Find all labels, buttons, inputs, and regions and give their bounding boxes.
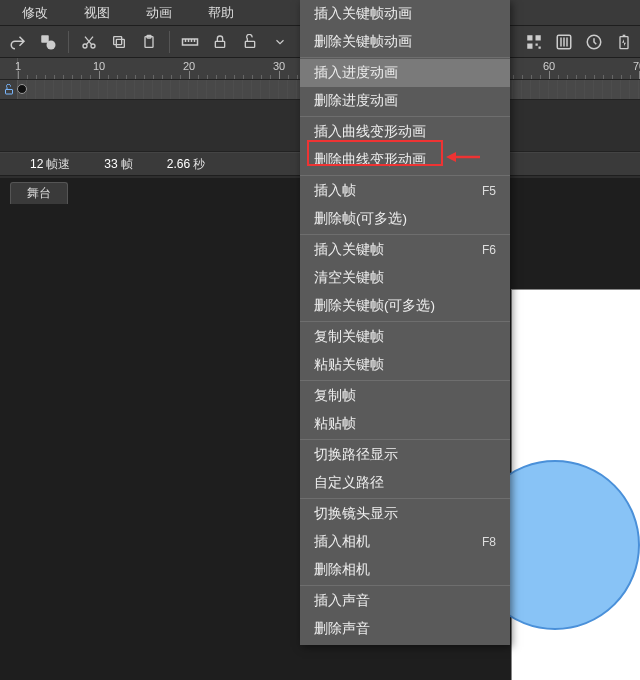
context-menu-item-label: 删除曲线变形动画 — [314, 151, 426, 169]
ruler-tick — [198, 75, 199, 79]
stage-canvas[interactable] — [512, 290, 640, 680]
context-menu-item[interactable]: 插入关键帧F6 — [300, 236, 510, 264]
menu-anim[interactable]: 动画 — [128, 0, 190, 25]
ruler-tick — [45, 75, 46, 79]
ruler-tick — [594, 75, 595, 79]
ruler-tick — [603, 75, 604, 79]
keyframe[interactable] — [17, 84, 27, 94]
ruler-tick — [243, 75, 244, 79]
paste-icon[interactable] — [135, 28, 163, 56]
svg-rect-10 — [245, 41, 254, 47]
context-menu-item[interactable]: 插入声音 — [300, 587, 510, 615]
lock-icon[interactable] — [206, 28, 234, 56]
context-menu-item-label: 插入关键帧动画 — [314, 5, 412, 23]
context-menu-item-label: 复制关键帧 — [314, 328, 384, 346]
context-menu-item[interactable]: 删除声音 — [300, 615, 510, 643]
ruler-tick — [531, 75, 532, 79]
menu-help[interactable]: 帮助 — [190, 0, 252, 25]
context-menu-item[interactable]: 删除曲线变形动画 — [300, 146, 510, 174]
ruler-tick — [630, 75, 631, 79]
context-menu-item-label: 切换镜头显示 — [314, 505, 398, 523]
ruler-tick — [36, 75, 37, 79]
ruler-tick — [216, 75, 217, 79]
ruler-tick — [135, 75, 136, 79]
context-menu-item[interactable]: 复制帧 — [300, 382, 510, 410]
context-menu-item[interactable]: 自定义路径 — [300, 469, 510, 497]
ruler-tick — [162, 75, 163, 79]
menu-view[interactable]: 视图 — [66, 0, 128, 25]
context-menu-item[interactable]: 插入关键帧动画 — [300, 0, 510, 28]
ruler-tick — [18, 71, 19, 79]
context-menu-item-label: 插入声音 — [314, 592, 370, 610]
svg-rect-15 — [539, 47, 541, 49]
context-menu-item-label: 删除帧(可多选) — [314, 210, 407, 228]
context-menu-item-label: 清空关键帧 — [314, 269, 384, 287]
copy-icon[interactable] — [105, 28, 133, 56]
context-menu-separator — [300, 175, 510, 176]
ruler-tick — [612, 75, 613, 79]
battery-icon[interactable] — [610, 28, 638, 56]
context-menu-item[interactable]: 插入帧F5 — [300, 177, 510, 205]
context-menu-item[interactable]: 复制关键帧 — [300, 323, 510, 351]
ruler-label: 20 — [183, 60, 195, 72]
context-menu-item[interactable]: 插入相机F8 — [300, 528, 510, 556]
context-menu-separator — [300, 585, 510, 586]
context-menu-item-label: 粘贴帧 — [314, 415, 356, 433]
svg-rect-0 — [41, 35, 49, 43]
context-menu-item-label: 删除关键帧(可多选) — [314, 297, 435, 315]
ruler-tick — [540, 75, 541, 79]
ruler-tick — [567, 75, 568, 79]
track-lock-icon[interactable] — [0, 80, 18, 99]
toolbar-separator — [169, 31, 170, 53]
svg-rect-11 — [527, 35, 532, 40]
ruler-tick — [270, 75, 271, 79]
context-menu-item[interactable]: 切换路径显示 — [300, 441, 510, 469]
context-menu-item[interactable]: 切换镜头显示 — [300, 500, 510, 528]
context-menu-item[interactable]: 删除关键帧动画 — [300, 28, 510, 56]
context-menu-item[interactable]: 删除关键帧(可多选) — [300, 292, 510, 320]
context-menu: 插入关键帧动画删除关键帧动画插入进度动画删除进度动画插入曲线变形动画删除曲线变形… — [300, 0, 510, 645]
ruler-icon[interactable] — [176, 28, 204, 56]
context-menu-item-label: 删除进度动画 — [314, 92, 398, 110]
bars-icon[interactable] — [550, 28, 578, 56]
cut-icon[interactable] — [75, 28, 103, 56]
menu-modify[interactable]: 修改 — [4, 0, 66, 25]
context-menu-separator — [300, 116, 510, 117]
context-menu-item[interactable]: 插入曲线变形动画 — [300, 118, 510, 146]
ruler-tick — [279, 71, 280, 79]
context-menu-shortcut: F5 — [482, 184, 496, 198]
qr-icon[interactable] — [520, 28, 548, 56]
ruler-tick — [108, 75, 109, 79]
context-menu-item[interactable]: 粘贴关键帧 — [300, 351, 510, 379]
ruler-tick — [225, 75, 226, 79]
shapes-icon[interactable] — [34, 28, 62, 56]
context-menu-item[interactable]: 粘贴帧 — [300, 410, 510, 438]
context-menu-item[interactable]: 删除帧(可多选) — [300, 205, 510, 233]
ruler-tick — [171, 75, 172, 79]
ruler-label: 60 — [543, 60, 555, 72]
chevron-down-icon[interactable] — [266, 28, 294, 56]
ruler-tick — [180, 75, 181, 79]
unlock-icon[interactable] — [236, 28, 264, 56]
context-menu-separator — [300, 321, 510, 322]
context-menu-item[interactable]: 删除相机 — [300, 556, 510, 584]
ruler-tick — [99, 71, 100, 79]
toolbar-separator — [68, 31, 69, 53]
context-menu-item[interactable]: 插入进度动画 — [300, 59, 510, 87]
scene-tab-stage[interactable]: 舞台 — [10, 182, 68, 204]
ruler-tick — [90, 75, 91, 79]
ruler-label: 10 — [93, 60, 105, 72]
clock-icon[interactable] — [580, 28, 608, 56]
ruler-label: 70 — [633, 60, 640, 72]
ruler-tick — [207, 75, 208, 79]
context-menu-item-label: 插入相机 — [314, 533, 370, 551]
ruler-tick — [252, 75, 253, 79]
ruler-tick — [261, 75, 262, 79]
context-menu-item-label: 插入关键帧 — [314, 241, 384, 259]
context-menu-item[interactable]: 删除进度动画 — [300, 87, 510, 115]
ruler-tick — [54, 75, 55, 79]
context-menu-item-label: 自定义路径 — [314, 474, 384, 492]
ruler-tick — [189, 71, 190, 79]
redo-icon[interactable] — [4, 28, 32, 56]
context-menu-item[interactable]: 清空关键帧 — [300, 264, 510, 292]
